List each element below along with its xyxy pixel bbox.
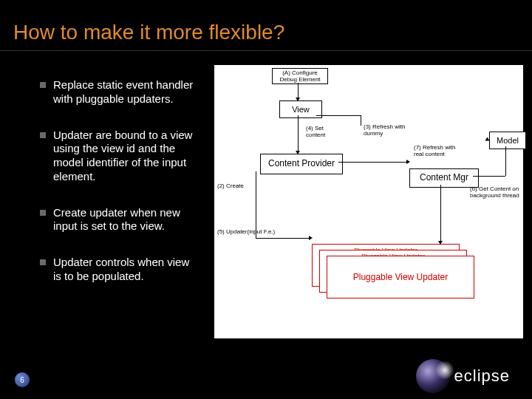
arrow-head-icon [309,236,313,240]
refresh-dummy-label: (3) Refresh with dummy [364,124,408,137]
get-content-bg-label: (6) Get Content on background thread [470,186,522,200]
bullet-marker-icon [40,259,46,265]
bullet-text: Create updater when new input is set to … [53,206,195,234]
bullet-text: Updater controls when view is to be popu… [53,256,195,284]
arrow [440,185,441,242]
arrow [505,146,506,176]
list-item: Updater controls when view is to be popu… [40,256,195,284]
bullet-list: Replace static event handler with plugga… [40,78,195,306]
arrow [256,238,310,239]
flare-icon [435,361,454,380]
content-mgr-box: Content Mgr [409,168,479,188]
list-item: Updater are bound to a view using the vi… [40,129,195,184]
updater-input-label: (5) Updater(input F.e.) [217,229,284,236]
arrow [316,115,361,116]
arrow [298,83,299,99]
content-provider-box: Content Provider [260,154,343,174]
page-number-badge: 6 [15,372,30,387]
bullet-marker-icon [40,210,46,216]
arrow [338,162,408,163]
create-label: (2) Create [217,183,250,190]
bullet-marker-icon [40,82,46,88]
arrow [473,176,505,177]
model-box: Model [489,132,526,149]
pluggable-updater-box-front: Pluggable View Updater [327,256,474,299]
bullet-marker-icon [40,132,46,138]
set-content-label: (4) Set content [306,126,335,139]
eclipse-orb-icon [416,359,450,393]
page-title: How to make it more flexible? [13,21,284,44]
arrow [298,115,299,152]
bullet-text: Updater are bound to a view using the vi… [53,129,195,184]
arrow-head-icon [485,137,490,141]
slide: How to make it more flexible? Replace st… [0,0,532,399]
arrow-head-icon [406,160,410,164]
title-rule [0,50,532,51]
refresh-real-label: (7) Refresh with real content [414,145,463,158]
page-number: 6 [20,376,24,384]
list-item: Create updater when new input is set to … [40,206,195,234]
arrow [361,115,361,126]
bullet-text: Replace static event handler with plugga… [53,78,195,106]
config-input-box: (A) Configure Debug Element [272,68,328,84]
list-item: Replace static event handler with plugga… [40,78,195,106]
eclipse-logo: eclipse [416,359,510,393]
logo-text: eclipse [454,366,510,386]
diagram: (A) Configure Debug Element View (4) Set… [214,65,523,338]
